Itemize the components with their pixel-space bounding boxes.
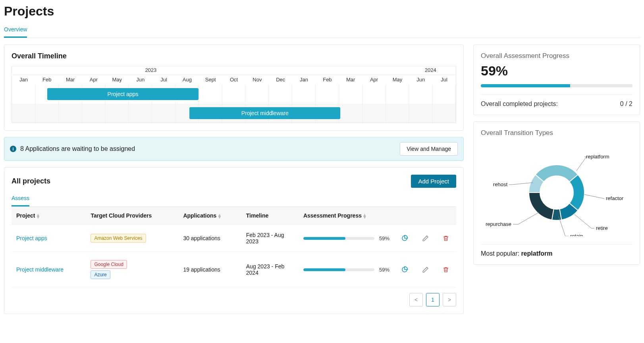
assessment-title: Overall Assessment Progress [481,52,632,60]
chart-icon[interactable] [399,233,410,244]
month-label: Dec [269,75,292,85]
completed-value: 0 / 2 [620,100,632,108]
delete-icon[interactable] [440,264,451,275]
page-title: Projects [4,4,640,19]
donut-label-rehost: rehost [493,181,508,187]
assessment-card: Overall Assessment Progress 59% Overall … [473,44,640,115]
table-row: Project middlewareGoogle CloudAzure19 ap… [12,252,456,287]
assessment-progress-bar [481,84,632,87]
info-icon: i [10,146,16,152]
col-timeline: Timeline [241,207,299,225]
month-label: Sept [199,75,222,85]
assessment-pct: 59% [481,63,632,79]
month-label: Jun [129,75,152,85]
month-label: Jul [432,75,456,85]
pagination: < 1 > [12,293,456,306]
gantt-bar[interactable]: Project middleware [189,107,340,119]
add-project-button[interactable]: Add Project [411,175,456,188]
page-1-button[interactable]: 1 [426,293,440,306]
month-label: Mar [339,75,362,85]
project-link[interactable]: Project middleware [16,266,64,273]
delete-icon[interactable] [440,233,451,244]
donut-label-retire: retire [596,225,608,231]
chart-icon[interactable] [399,264,410,275]
alert-banner: i 8 Applications are waiting to be assig… [4,137,464,161]
timeline-cell: Feb 2023 - Aug 2023 [241,225,299,252]
donut-label-repurchase: repurchase [486,221,511,227]
donut-label-refactor: refactor [606,195,624,201]
view-and-manage-button[interactable]: View and Manage [400,142,458,156]
table-row: Project appsAmazon Web Services30 applic… [12,225,456,252]
month-label: Feb [316,75,339,85]
year-label-2023: 2023 [145,67,156,73]
subtab-assess[interactable]: Assess [12,193,29,206]
month-label: May [386,75,409,85]
timeline-title: Overall Timeline [12,52,456,60]
month-label: Jan [12,75,35,85]
donut-label-replatform: replatform [586,154,609,160]
month-label: May [105,75,129,85]
month-label: Nov [245,75,269,85]
sort-icon: ▲▼ [36,214,40,218]
timeline-grid: 2023 2024 JanFebMarAprMayJunJulAugSeptOc… [12,66,456,123]
month-label: Oct [222,75,246,85]
project-link[interactable]: Project apps [16,235,47,241]
alert-text: 8 Applications are waiting to be assigne… [20,145,135,152]
sort-icon: ▲▼ [217,214,222,218]
next-page-button[interactable]: > [443,293,456,306]
col-project[interactable]: Project▲▼ [12,207,86,225]
month-label: Aug [175,75,199,85]
applications-cell: 30 applications [178,225,241,252]
timeline-cell: Aug 2023 - Feb 2024 [241,252,299,287]
projects-title: All projects [12,177,50,185]
sort-icon: ▲▼ [362,214,367,218]
tab-overview[interactable]: Overview [4,26,27,38]
popular-row: Most popular: replatform [481,244,632,257]
progress-cell: 59% [303,235,389,241]
prev-page-button[interactable]: < [409,293,423,306]
month-label: Mar [59,75,82,85]
col-applications[interactable]: Applications▲▼ [178,207,241,225]
provider-tag: Google Cloud [91,260,127,269]
edit-icon[interactable] [420,264,431,275]
applications-cell: 19 applications [178,252,241,287]
projects-card: All projects Add Project Assess Project▲… [4,167,464,314]
transitions-title: Overall Transition Types [481,129,632,137]
donut-slice-replatform [535,165,578,182]
provider-tag: Azure [91,270,110,279]
month-label: Apr [362,75,386,85]
transitions-card: Overall Transition Types replatformrefac… [473,121,640,265]
col-progress[interactable]: Assessment Progress▲▼ [299,207,394,225]
progress-cell: 59% [303,267,389,273]
month-label: Feb [35,75,59,85]
donut-chart: replatformrefactorretireretainrepurchase… [481,145,632,236]
completed-label: Overall completed projects: [481,100,558,108]
col-providers: Target Cloud Providers [86,207,178,225]
month-label: Jul [152,75,175,85]
month-label: Apr [82,75,106,85]
projects-table: Project▲▼ Target Cloud Providers Applica… [12,207,456,287]
month-label: Jan [292,75,316,85]
main-tabs: Overview [4,26,640,38]
edit-icon[interactable] [420,233,431,244]
year-label-2024: 2024 [425,67,436,73]
donut-label-retain: retain [570,233,583,236]
gantt-bar[interactable]: Project apps [47,88,198,100]
timeline-card: Overall Timeline 2023 2024 JanFebMarAprM… [4,44,464,131]
month-label: Jun [409,75,432,85]
provider-tag: Amazon Web Services [91,234,146,243]
